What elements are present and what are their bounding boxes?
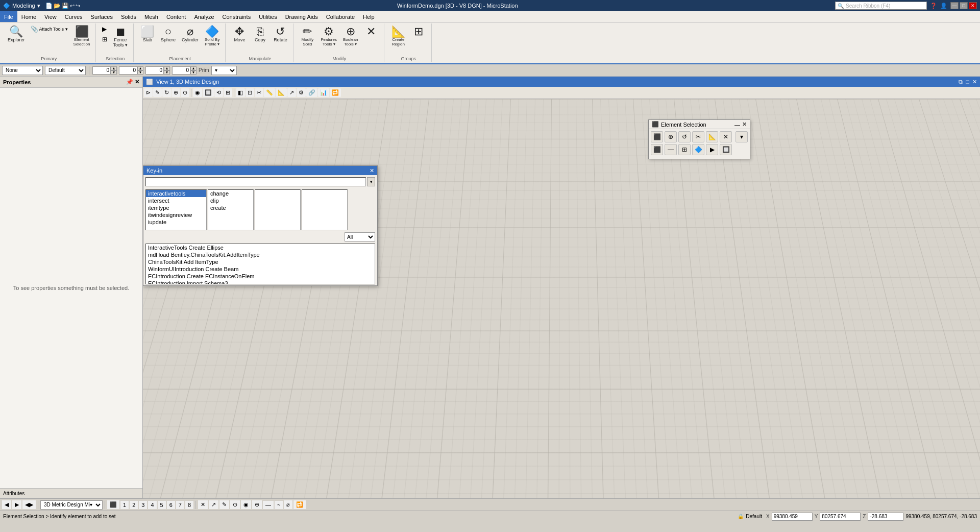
menu-item-content[interactable]: Content	[162, 11, 190, 22]
delete-button[interactable]: ✕	[361, 25, 381, 39]
menu-item-surfaces[interactable]: Surfaces	[87, 11, 117, 22]
keyin-list-item-clip[interactable]: clip	[208, 197, 253, 204]
view-7-btn[interactable]: 7	[176, 501, 184, 509]
view-3-btn[interactable]: 3	[139, 501, 147, 509]
keyin-result-6[interactable]: ECIntroduction Import Schema3	[146, 280, 375, 284]
save-icon[interactable]: 💾	[62, 3, 69, 9]
cylinder-button[interactable]: ⌀ Cylinder	[179, 25, 201, 44]
esp-btn-cut[interactable]: ✂	[692, 131, 704, 142]
open-icon[interactable]: 📂	[54, 3, 61, 9]
layout-icon[interactable]: ⬛	[107, 500, 119, 509]
keyin-filter-select[interactable]: All	[345, 232, 375, 241]
model-dropdown[interactable]: ▾	[37, 3, 40, 9]
view-maximize-icon[interactable]: □	[966, 79, 969, 85]
vt-btn-snap[interactable]: ◧	[236, 88, 245, 97]
menu-item-file[interactable]: File	[0, 11, 17, 22]
snap-diam-btn[interactable]: ⌀	[284, 500, 292, 509]
fence-tools-button[interactable]: ◼ FenceTools ▾	[110, 25, 130, 49]
properties-close-icon[interactable]: ✕	[135, 79, 139, 85]
esp-close-button[interactable]: ✕	[742, 121, 747, 128]
spinbox-1-input[interactable]	[92, 66, 111, 75]
vt-btn-arrow[interactable]: ↗	[287, 88, 296, 97]
redo-icon[interactable]: ↪	[76, 3, 80, 9]
properties-pin-icon[interactable]: 📌	[126, 79, 133, 85]
view-restore-icon[interactable]: ⧉	[959, 79, 963, 85]
spin1-down[interactable]: ▼	[111, 70, 117, 75]
keyin-input-field[interactable]	[145, 177, 366, 186]
sphere-button[interactable]: ○ Sphere	[158, 25, 178, 44]
keyin-result-4[interactable]: WinformUIIntroduction Create Beam	[146, 265, 375, 273]
vt-btn-undo[interactable]: ⟲	[214, 88, 223, 97]
keyin-list-item-change[interactable]: change	[208, 190, 253, 197]
esp-min-button[interactable]: —	[734, 122, 740, 128]
move-button[interactable]: ✥ Move	[230, 25, 249, 44]
keyin-list-item-create[interactable]: create	[208, 204, 253, 211]
snap-edit-btn[interactable]: ✎	[219, 500, 229, 509]
snap-circle-btn[interactable]: ⊙	[230, 500, 240, 509]
esp-btn-add[interactable]: ⊕	[665, 131, 677, 142]
attach-tools-button[interactable]: 📎 Attach Tools ▾	[29, 25, 70, 34]
new-icon[interactable]: 📄	[45, 3, 53, 9]
active-color-dropdown[interactable]: Default	[45, 66, 86, 75]
esp-btn-r2-4[interactable]: 🔷	[692, 144, 704, 155]
minimize-button[interactable]: —	[950, 2, 959, 9]
groups-extra-button[interactable]: ⊞	[409, 25, 428, 39]
vt-btn-fit[interactable]: ⊙	[181, 88, 189, 97]
vt-btn-link[interactable]: 🔗	[306, 88, 317, 97]
snap-cross-btn[interactable]: ✕	[198, 500, 208, 509]
view-4-btn[interactable]: 4	[148, 501, 156, 509]
view-1-btn[interactable]: 1	[120, 501, 129, 509]
active-level-dropdown[interactable]: None	[2, 66, 43, 75]
spin4-down[interactable]: ▼	[190, 70, 197, 75]
menu-item-collaborate[interactable]: Collaborate	[322, 11, 359, 22]
spinbox-2-input[interactable]	[119, 66, 137, 75]
snap-sync-btn[interactable]: 🔁	[293, 500, 306, 509]
slab-button[interactable]: ⬜ Slab	[138, 25, 157, 44]
snap-target-btn[interactable]: ◉	[241, 500, 251, 509]
copy-button[interactable]: ⎘ Copy	[250, 25, 270, 44]
vt-btn-zoom[interactable]: ⊕	[172, 88, 180, 97]
rotate-button[interactable]: ↺ Rotate	[271, 25, 290, 44]
keyin-list-item-iupdate[interactable]: iupdate	[146, 219, 206, 226]
vt-btn-layers[interactable]: ⊞	[224, 88, 232, 97]
vt-btn-cut[interactable]: ✂	[255, 88, 263, 97]
vt-btn-grid[interactable]: ⊡	[246, 88, 254, 97]
selection-mode-btn[interactable]: ▶	[100, 25, 109, 34]
keyin-close-button[interactable]: ✕	[370, 167, 374, 174]
menu-item-solids[interactable]: Solids	[117, 11, 140, 22]
keyin-result-2[interactable]: mdl load Bentley.ChinaToolsKit.AddItemTy…	[146, 251, 375, 258]
solid-by-profile-button[interactable]: 🔷 Solid ByProfile ▾	[202, 25, 222, 48]
account-icon[interactable]: 👤	[940, 3, 947, 9]
coord-x-input[interactable]	[772, 513, 813, 521]
menu-item-view[interactable]: View	[40, 11, 61, 22]
vt-btn-edit[interactable]: ✎	[153, 88, 162, 97]
spin3-down[interactable]: ▼	[164, 70, 170, 75]
view-6-btn[interactable]: 6	[167, 501, 175, 509]
menu-item-constraints[interactable]: Constraints	[218, 11, 255, 22]
boolean-tools-button[interactable]: ⊕ BooleanTools ▾	[340, 25, 360, 48]
selection-extra-btn[interactable]: ⊞	[100, 35, 109, 44]
undo-icon[interactable]: ↩	[70, 3, 75, 9]
features-tools-button[interactable]: ⚙ FeaturesTools ▾	[318, 25, 339, 48]
esp-btn-delete[interactable]: ✕	[720, 131, 732, 142]
menu-item-utilities[interactable]: Utilities	[255, 11, 281, 22]
view-model-dropdown[interactable]: 3D Metric Design Mi▾	[40, 500, 103, 510]
menu-item-analyze[interactable]: Analyze	[190, 11, 218, 22]
view-close-icon[interactable]: ✕	[972, 79, 977, 85]
spinbox-4-input[interactable]	[172, 66, 190, 75]
esp-btn-r2-3[interactable]: ⊞	[678, 144, 691, 155]
coord-y-input[interactable]	[820, 513, 861, 521]
maximize-button[interactable]: □	[960, 2, 968, 9]
prim-dropdown[interactable]: ▾	[211, 66, 237, 75]
vt-btn-settings[interactable]: ⚙	[297, 88, 306, 97]
keyin-list-item-interactivetools[interactable]: interactivetools	[146, 190, 206, 197]
menu-item-help[interactable]: Help	[359, 11, 379, 22]
snap-add-btn[interactable]: ⊕	[252, 500, 262, 509]
spin3-up[interactable]: ▲	[164, 66, 170, 70]
view-8-btn[interactable]: 8	[185, 501, 193, 509]
vt-btn-home[interactable]: ⊳	[144, 88, 153, 97]
esp-btn-measure[interactable]: 📐	[706, 131, 718, 142]
coord-z-input[interactable]	[868, 513, 903, 521]
nav-prev-button[interactable]: ◀▶	[22, 500, 36, 509]
menu-item-drawing-aids[interactable]: Drawing Aids	[281, 11, 322, 22]
